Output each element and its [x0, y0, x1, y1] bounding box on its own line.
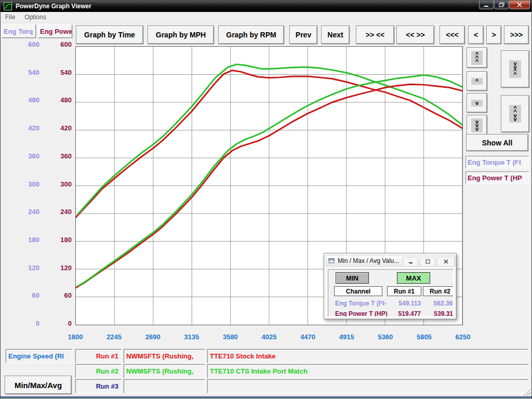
chevron-icon: vvv — [471, 118, 483, 132]
menu-bar: File Options — [1, 12, 532, 22]
next-button[interactable]: Next — [321, 25, 350, 44]
y-tick-torque: 0 — [16, 320, 39, 328]
window-bottom-edge — [1, 396, 532, 398]
max-button[interactable]: MAX — [397, 272, 430, 284]
title-bar: PowerDyne Graph Viewer — [1, 1, 532, 12]
minimize-button[interactable] — [479, 1, 494, 9]
chevron-icon: ^ — [471, 78, 483, 85]
y-tick-power: 120 — [48, 264, 72, 272]
x-tick: 1800 — [59, 333, 92, 341]
tab-eng-torque[interactable]: Eng Torq — [2, 24, 36, 38]
y-tick-torque: 480 — [16, 96, 39, 104]
zoom-in-x-button[interactable]: >> << — [356, 25, 394, 44]
x-tick: 6250 — [446, 333, 480, 341]
scroll-down-button[interactable]: v — [467, 93, 487, 113]
minmax-channel-label: Eng Power T (HP) — [335, 310, 388, 317]
form-icon — [328, 258, 335, 264]
x-tick: 4915 — [330, 333, 363, 341]
minmax-dialog-titlebar[interactable]: Min / Max / Avg Valu... — [326, 255, 455, 267]
run-dyno-field[interactable]: NWMSFTS (Rushing, — [124, 349, 205, 363]
channel-box-torque[interactable]: Eng Torque T (Ft — [466, 156, 529, 168]
y-tick-power: 540 — [48, 69, 72, 77]
minmax-run2-value: 562.362 — [422, 300, 454, 307]
header-run2[interactable]: Run #2 — [423, 286, 454, 296]
minmax-row: Eng Torque T (Ft-549.113562.362 — [328, 300, 454, 310]
minmax-row: Eng Power T (HP)519.477539.311 — [328, 310, 454, 317]
minmax-run1-value: 549.113 — [387, 300, 421, 307]
y-tick-torque: 300 — [16, 180, 39, 189]
app-window: PowerDyne Graph Viewer File Options Eng … — [0, 0, 532, 399]
dialog-close-button[interactable] — [437, 257, 455, 267]
chevron-icon: v — [471, 100, 483, 107]
minmax-dialog-title: Min / Max / Avg Valu... — [338, 257, 399, 264]
scroll-up-button[interactable]: ^ — [467, 71, 487, 91]
scroll-right-button[interactable]: > — [486, 25, 501, 44]
chevron-icon: vv^^ — [509, 60, 521, 78]
menu-options[interactable]: Options — [20, 12, 50, 22]
dialog-maximize-button[interactable] — [420, 257, 435, 267]
run-dyno-field[interactable]: NWMSFTS (Rushing, — [124, 364, 205, 378]
scroll-left-button[interactable]: < — [468, 25, 484, 44]
y-tick-power: 360 — [48, 152, 72, 161]
y-tick-torque: 180 — [16, 236, 39, 244]
minmax-run2-value: 539.311 — [422, 310, 454, 317]
minmax-run1-value: 519.477 — [387, 310, 421, 317]
y-tick-power: 240 — [48, 208, 72, 216]
show-all-button[interactable]: Show All — [466, 134, 528, 151]
y-tick-power: 180 — [48, 236, 72, 244]
close-button[interactable] — [509, 1, 530, 9]
y-tick-torque: 420 — [16, 124, 39, 132]
x-tick: 3580 — [214, 333, 247, 341]
chevron-icon: ^^^ — [471, 51, 483, 65]
y-tick-power: 420 — [48, 124, 72, 132]
scroll-left-fast-button[interactable]: <<< — [440, 25, 465, 44]
run-description-field[interactable] — [207, 379, 528, 393]
scroll-down-fast-button[interactable]: vvv — [467, 115, 487, 136]
maximize-button[interactable] — [494, 1, 509, 9]
channel-box-power[interactable]: Eng Power T (HP — [466, 171, 529, 184]
prev-button[interactable]: Prev — [289, 25, 317, 44]
x-tick: 3135 — [175, 333, 208, 341]
run-description-field[interactable]: TTE710 Stock Intake — [207, 349, 528, 363]
scroll-right-fast-button[interactable]: >>> — [504, 25, 529, 44]
menu-file[interactable]: File — [1, 12, 20, 22]
x-tick: 5805 — [407, 333, 441, 341]
app-icon — [4, 2, 12, 10]
zoom-in-vertical-button[interactable]: vv^^ — [501, 50, 529, 88]
graph-by-mph-button[interactable]: Graph by MPH — [148, 25, 214, 44]
y-tick-power: 480 — [48, 96, 72, 104]
run-dyno-field[interactable] — [124, 379, 205, 393]
tab-eng-power[interactable]: Eng Powe — [38, 24, 72, 38]
y-tick-torque: 120 — [16, 264, 39, 272]
min-button[interactable]: MIN — [336, 272, 369, 284]
scroll-up-fast-button[interactable]: ^^^ — [467, 47, 487, 68]
x-tick: 4025 — [252, 333, 286, 341]
x-tick: 2245 — [98, 333, 131, 341]
x-tick: 4470 — [291, 333, 325, 341]
y-tick-torque: 60 — [16, 291, 39, 300]
run-label: Run #1 — [75, 349, 122, 363]
header-run1[interactable]: Run #1 — [387, 286, 421, 296]
chevron-icon: ^^vv — [509, 105, 521, 123]
run-label: Run #3 — [75, 379, 122, 393]
zoom-out-x-button[interactable]: << >> — [396, 25, 434, 44]
graph-by-rpm-button[interactable]: Graph by RPM — [218, 25, 284, 44]
graph-by-time-button[interactable]: Graph by Time — [76, 25, 143, 44]
header-channel[interactable]: Channel — [334, 286, 382, 296]
y-tick-power: 0 — [48, 320, 72, 328]
x-axis-channel-box[interactable]: Engine Speed (RI — [6, 349, 72, 363]
y-tick-torque: 600 — [16, 41, 39, 49]
window-title: PowerDyne Graph Viewer — [16, 3, 91, 10]
y-tick-torque: 240 — [16, 208, 39, 216]
run-label: Run #2 — [75, 364, 122, 378]
curve — [78, 64, 462, 214]
zoom-out-vertical-button[interactable]: ^^vv — [501, 95, 529, 132]
y-tick-power: 60 — [48, 291, 72, 300]
min-max-avg-button[interactable]: Min/Max/Avg — [5, 376, 72, 394]
y-tick-power: 600 — [48, 41, 72, 49]
x-tick: 2690 — [136, 333, 169, 341]
dialog-minimize-button[interactable] — [403, 257, 418, 267]
minmax-dialog: Min / Max / Avg Valu... MIN MAX Channel … — [324, 253, 457, 320]
minmax-dialog-body: MIN MAX Channel Run #1 Run #2 Eng Torque… — [328, 269, 454, 317]
run-description-field[interactable]: TTE710 CTS Intake Port Match — [207, 364, 528, 378]
